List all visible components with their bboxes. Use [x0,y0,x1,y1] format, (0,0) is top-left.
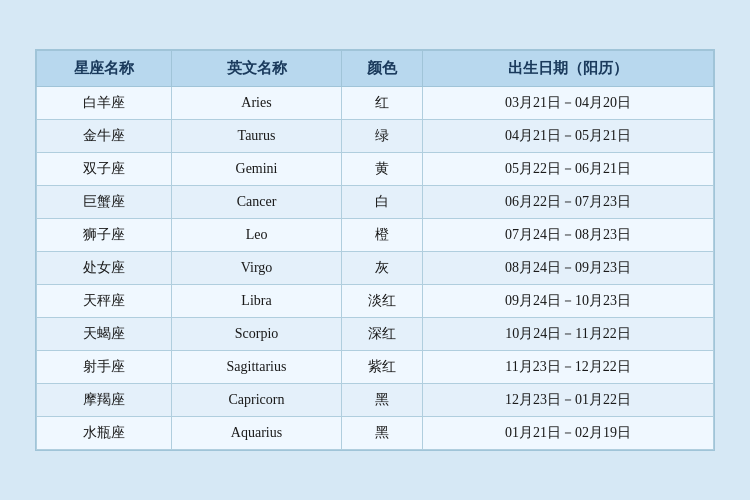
table-row: 处女座 Virgo 灰 08月24日－09月23日 [37,252,714,285]
table-row: 金牛座 Taurus 绿 04月21日－05月21日 [37,120,714,153]
cell-chinese: 白羊座 [37,87,172,120]
table-row: 天蝎座 Scorpio 深红 10月24日－11月22日 [37,318,714,351]
cell-color: 黄 [341,153,422,186]
table-row: 射手座 Sagittarius 紫红 11月23日－12月22日 [37,351,714,384]
cell-english: Capricorn [172,384,341,417]
cell-english: Sagittarius [172,351,341,384]
table-header-row: 星座名称 英文名称 颜色 出生日期（阳历） [37,51,714,87]
cell-english: Cancer [172,186,341,219]
table-row: 双子座 Gemini 黄 05月22日－06月21日 [37,153,714,186]
cell-date: 11月23日－12月22日 [422,351,713,384]
cell-color: 灰 [341,252,422,285]
cell-chinese: 天秤座 [37,285,172,318]
cell-english: Leo [172,219,341,252]
table-row: 狮子座 Leo 橙 07月24日－08月23日 [37,219,714,252]
cell-date: 06月22日－07月23日 [422,186,713,219]
cell-chinese: 双子座 [37,153,172,186]
cell-color: 淡红 [341,285,422,318]
cell-english: Libra [172,285,341,318]
header-color: 颜色 [341,51,422,87]
cell-date: 03月21日－04月20日 [422,87,713,120]
cell-chinese: 巨蟹座 [37,186,172,219]
zodiac-table-container: 星座名称 英文名称 颜色 出生日期（阳历） 白羊座 Aries 红 03月21日… [35,49,715,451]
cell-chinese: 天蝎座 [37,318,172,351]
cell-date: 04月21日－05月21日 [422,120,713,153]
header-date: 出生日期（阳历） [422,51,713,87]
cell-color: 红 [341,87,422,120]
cell-chinese: 摩羯座 [37,384,172,417]
cell-english: Virgo [172,252,341,285]
cell-color: 白 [341,186,422,219]
cell-color: 黑 [341,384,422,417]
cell-english: Aries [172,87,341,120]
cell-date: 10月24日－11月22日 [422,318,713,351]
cell-date: 05月22日－06月21日 [422,153,713,186]
cell-date: 07月24日－08月23日 [422,219,713,252]
cell-color: 紫红 [341,351,422,384]
cell-color: 深红 [341,318,422,351]
cell-english: Scorpio [172,318,341,351]
cell-chinese: 水瓶座 [37,417,172,450]
table-row: 摩羯座 Capricorn 黑 12月23日－01月22日 [37,384,714,417]
cell-date: 08月24日－09月23日 [422,252,713,285]
header-english: 英文名称 [172,51,341,87]
table-row: 白羊座 Aries 红 03月21日－04月20日 [37,87,714,120]
cell-english: Aquarius [172,417,341,450]
table-row: 水瓶座 Aquarius 黑 01月21日－02月19日 [37,417,714,450]
cell-color: 橙 [341,219,422,252]
table-row: 天秤座 Libra 淡红 09月24日－10月23日 [37,285,714,318]
header-chinese: 星座名称 [37,51,172,87]
cell-chinese: 金牛座 [37,120,172,153]
zodiac-table: 星座名称 英文名称 颜色 出生日期（阳历） 白羊座 Aries 红 03月21日… [36,50,714,450]
cell-chinese: 射手座 [37,351,172,384]
table-row: 巨蟹座 Cancer 白 06月22日－07月23日 [37,186,714,219]
cell-color: 黑 [341,417,422,450]
cell-date: 12月23日－01月22日 [422,384,713,417]
cell-date: 01月21日－02月19日 [422,417,713,450]
cell-color: 绿 [341,120,422,153]
cell-english: Taurus [172,120,341,153]
cell-english: Gemini [172,153,341,186]
cell-chinese: 处女座 [37,252,172,285]
cell-chinese: 狮子座 [37,219,172,252]
cell-date: 09月24日－10月23日 [422,285,713,318]
